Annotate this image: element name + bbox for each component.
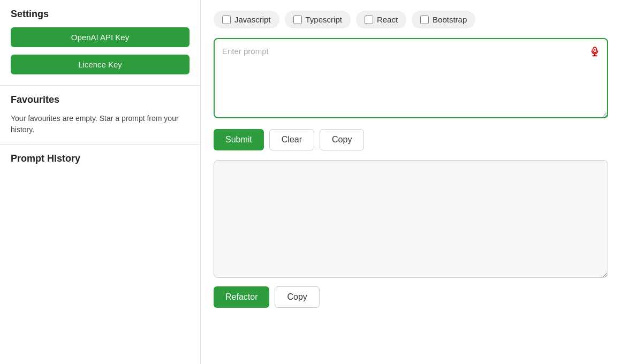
svg-point-3 xyxy=(594,49,596,51)
prompt-textarea[interactable] xyxy=(214,38,608,118)
output-textarea[interactable] xyxy=(214,160,608,278)
bottom-buttons-row: Refactor Copy xyxy=(214,286,608,308)
mic-icon[interactable] xyxy=(589,46,601,57)
checkbox-bootstrap-label: Bootstrap xyxy=(433,15,467,24)
checkbox-react-input[interactable] xyxy=(365,16,373,24)
prompt-history-section: Prompt History xyxy=(0,145,200,364)
checkbox-typescript-label: Typescript xyxy=(306,15,342,24)
checkbox-row: Javascript Typescript React Bootstrap xyxy=(214,11,608,28)
openai-api-key-button[interactable]: OpenAI API Key xyxy=(11,27,190,47)
checkbox-javascript-label: Javascript xyxy=(234,15,271,24)
copy-button[interactable]: Copy xyxy=(320,129,364,150)
favourites-empty-text: Your favourites are empty. Star a prompt… xyxy=(11,113,190,135)
copy-bottom-button[interactable]: Copy xyxy=(275,286,319,308)
sidebar: Settings OpenAI API Key Licence Key Favo… xyxy=(0,0,201,364)
checkbox-typescript[interactable]: Typescript xyxy=(285,11,351,28)
checkbox-react-label: React xyxy=(377,15,398,24)
checkbox-bootstrap-input[interactable] xyxy=(420,16,429,24)
clear-button[interactable]: Clear xyxy=(269,129,314,150)
favourites-title: Favourites xyxy=(11,94,190,105)
main-content: Javascript Typescript React Bootstrap xyxy=(201,0,621,364)
favourites-section: Favourites Your favourites are empty. St… xyxy=(0,86,200,145)
settings-section: Settings OpenAI API Key Licence Key xyxy=(0,0,200,86)
prompt-history-title: Prompt History xyxy=(11,153,190,164)
refactor-button[interactable]: Refactor xyxy=(214,286,269,308)
checkbox-typescript-input[interactable] xyxy=(293,16,302,24)
checkbox-javascript[interactable]: Javascript xyxy=(214,11,279,28)
checkbox-javascript-input[interactable] xyxy=(222,16,231,24)
action-buttons-row: Submit Clear Copy xyxy=(214,129,608,150)
checkbox-bootstrap[interactable]: Bootstrap xyxy=(412,11,475,28)
prompt-wrapper xyxy=(214,38,608,120)
settings-title: Settings xyxy=(11,9,190,20)
checkbox-react[interactable]: React xyxy=(356,11,406,28)
licence-key-button[interactable]: Licence Key xyxy=(11,55,190,74)
submit-button[interactable]: Submit xyxy=(214,129,264,150)
